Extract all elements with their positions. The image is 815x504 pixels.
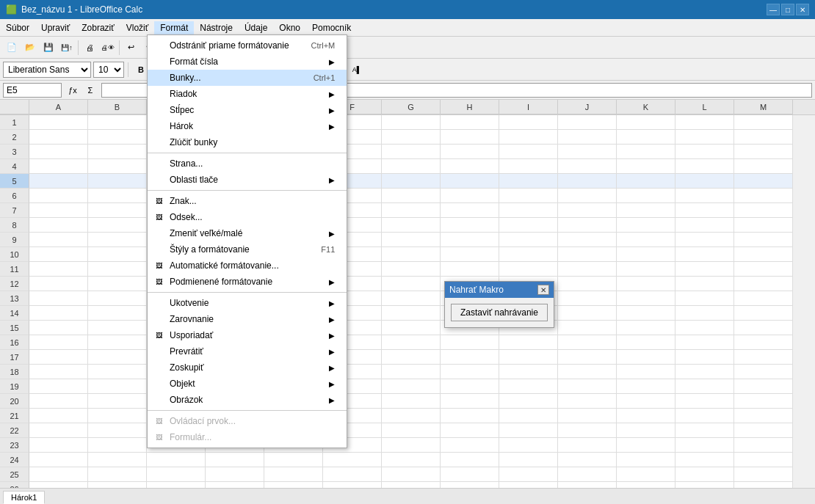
cell-L21[interactable] [675, 409, 734, 423]
menu-entry-strana...[interactable]: Strana... [148, 156, 347, 172]
cell-I5[interactable] [499, 174, 558, 189]
cell-I25[interactable] [499, 467, 558, 482]
cell-A16[interactable] [29, 335, 88, 350]
cell-L10[interactable] [675, 247, 734, 262]
row-header-6[interactable]: 6 [0, 189, 29, 203]
col-header-i[interactable]: I [499, 100, 558, 114]
save-remote-button[interactable]: 💾↑ [58, 39, 76, 56]
cell-D25[interactable] [206, 467, 264, 482]
cell-J22[interactable] [558, 423, 617, 438]
cell-L23[interactable] [675, 438, 734, 453]
row-header-20[interactable]: 20 [0, 394, 29, 409]
cell-M24[interactable] [734, 453, 793, 467]
cell-M3[interactable] [734, 145, 793, 159]
row-header-24[interactable]: 24 [0, 453, 29, 467]
menu-entry-prevrátiť[interactable]: Prevrátiť▶ [148, 343, 347, 359]
cell-A15[interactable] [29, 321, 88, 335]
cell-B2[interactable] [88, 130, 147, 145]
cell-J20[interactable] [558, 394, 617, 409]
cell-A10[interactable] [29, 247, 88, 262]
cell-M2[interactable] [734, 130, 793, 145]
row-header-18[interactable]: 18 [0, 365, 29, 379]
row-header-7[interactable]: 7 [0, 203, 29, 218]
menu-nastroje[interactable]: Nástroje [194, 21, 239, 34]
cell-B8[interactable] [88, 218, 147, 233]
cell-A8[interactable] [29, 218, 88, 233]
menu-entry-ukotvenie[interactable]: Ukotvenie▶ [148, 295, 347, 311]
cell-L11[interactable] [675, 262, 734, 277]
row-header-16[interactable]: 16 [0, 335, 29, 350]
print-button[interactable]: 🖨 [81, 39, 98, 56]
cell-K13[interactable] [617, 291, 675, 306]
cell-H17[interactable] [441, 350, 499, 365]
menu-entry-štýly-a-formátovanie[interactable]: Štýly a formátovanieF11 [148, 241, 347, 258]
cell-J15[interactable] [558, 321, 617, 335]
cell-B26[interactable] [88, 482, 147, 488]
cell-G5[interactable] [382, 174, 441, 189]
cell-B24[interactable] [88, 453, 147, 467]
sum-icon[interactable]: Σ [82, 83, 98, 98]
menu-upravit[interactable]: Upraviť [35, 21, 76, 34]
cell-I6[interactable] [499, 189, 558, 203]
cell-A1[interactable] [29, 115, 88, 130]
row-header-14[interactable]: 14 [0, 306, 29, 321]
cell-J16[interactable] [558, 335, 617, 350]
row-header-11[interactable]: 11 [0, 262, 29, 277]
cell-G16[interactable] [382, 335, 441, 350]
row-header-12[interactable]: 12 [0, 277, 29, 291]
cell-J6[interactable] [558, 189, 617, 203]
cell-G10[interactable] [382, 247, 441, 262]
cell-K3[interactable] [617, 145, 675, 159]
cell-J5[interactable] [558, 174, 617, 189]
cell-M12[interactable] [734, 277, 793, 291]
cell-A7[interactable] [29, 203, 88, 218]
row-header-3[interactable]: 3 [0, 145, 29, 159]
menu-entry-zoskupiť[interactable]: Zoskupiť▶ [148, 359, 347, 376]
cell-M9[interactable] [734, 233, 793, 247]
sheet-tab-1[interactable]: Hárok1 [3, 491, 45, 504]
cell-C26[interactable] [147, 482, 206, 488]
menu-entry-stĺpec[interactable]: Stĺpec▶ [148, 102, 347, 118]
row-header-25[interactable]: 25 [0, 467, 29, 482]
cell-B11[interactable] [88, 262, 147, 277]
cell-I18[interactable] [499, 365, 558, 379]
menu-entry-hárok[interactable]: Hárok▶ [148, 118, 347, 134]
cell-L22[interactable] [675, 423, 734, 438]
cell-M18[interactable] [734, 365, 793, 379]
minimize-button[interactable]: — [767, 4, 780, 15]
menu-entry-obrázok[interactable]: Obrázok▶ [148, 392, 347, 408]
cell-A2[interactable] [29, 130, 88, 145]
cell-I1[interactable] [499, 115, 558, 130]
cell-M19[interactable] [734, 379, 793, 394]
menu-entry-zmeniť-veľké/malé[interactable]: Zmeniť veľké/malé▶ [148, 225, 347, 241]
cell-G26[interactable] [382, 482, 441, 488]
cell-J19[interactable] [558, 379, 617, 394]
cell-L2[interactable] [675, 130, 734, 145]
menu-entry-zarovnanie[interactable]: Zarovnanie▶ [148, 311, 347, 327]
cell-G17[interactable] [382, 350, 441, 365]
cell-H5[interactable] [441, 174, 499, 189]
cell-K11[interactable] [617, 262, 675, 277]
cell-K14[interactable] [617, 306, 675, 321]
cell-L12[interactable] [675, 277, 734, 291]
cell-B21[interactable] [88, 409, 147, 423]
new-button[interactable]: 📄 [3, 39, 21, 56]
cell-G24[interactable] [382, 453, 441, 467]
cell-J11[interactable] [558, 262, 617, 277]
col-header-m[interactable]: M [734, 100, 793, 114]
cell-K16[interactable] [617, 335, 675, 350]
cell-M20[interactable] [734, 394, 793, 409]
cell-K21[interactable] [617, 409, 675, 423]
cell-L13[interactable] [675, 291, 734, 306]
cell-B12[interactable] [88, 277, 147, 291]
cell-B1[interactable] [88, 115, 147, 130]
menu-udaje[interactable]: Údaje [239, 21, 273, 34]
cell-I23[interactable] [499, 438, 558, 453]
cell-K25[interactable] [617, 467, 675, 482]
cell-I8[interactable] [499, 218, 558, 233]
row-header-21[interactable]: 21 [0, 409, 29, 423]
menu-pomocnik[interactable]: Pomocník [306, 21, 357, 34]
col-header-a[interactable]: A [29, 100, 88, 114]
cell-M21[interactable] [734, 409, 793, 423]
open-button[interactable]: 📂 [21, 39, 39, 56]
